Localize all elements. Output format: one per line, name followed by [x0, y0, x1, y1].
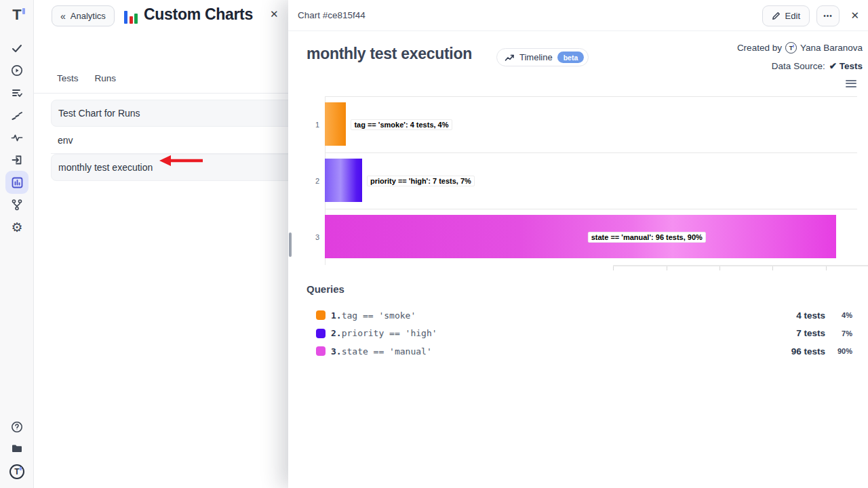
- category-label: 2: [307, 177, 319, 185]
- query-percent: 4%: [825, 311, 852, 319]
- trend-line-icon: [505, 54, 515, 62]
- help-icon[interactable]: [5, 415, 28, 439]
- author-name: Yana Baranova: [800, 43, 863, 53]
- query-row: 3.state == 'manual' 96 tests 90%: [307, 342, 852, 361]
- category-label: 3: [307, 233, 319, 241]
- created-by-row: Created by T Yana Baranova: [737, 42, 863, 54]
- drawer-close-icon[interactable]: ✕: [850, 9, 859, 22]
- list-item-label: monthly test execution: [58, 162, 153, 173]
- data-source-row: Data Source: ✔ Tests: [772, 60, 863, 71]
- left-icon-rail: T ⚙: [0, 0, 34, 488]
- bar-chart-colored-icon: [124, 7, 140, 24]
- query-text: 3.state == 'manual': [331, 346, 432, 357]
- edit-button-label: Edit: [785, 11, 800, 21]
- bar-label: priority == 'high': 7 tests, 7%: [367, 176, 475, 186]
- chart-row: tag == 'smoke': 4 tests, 4%: [325, 96, 857, 152]
- ellipsis-icon: •••: [823, 12, 833, 20]
- query-text: 2.priority == 'high': [331, 328, 437, 338]
- chevrons-left-icon: «: [60, 12, 66, 21]
- activity-icon[interactable]: [5, 126, 28, 149]
- page-title: Custom Charts: [144, 5, 253, 24]
- gear-icon[interactable]: ⚙: [5, 216, 28, 239]
- queries-heading: Queries: [307, 283, 344, 295]
- query-row: 2.priority == 'high' 7 tests 7%: [307, 325, 852, 343]
- bar-label: state == 'manual': 96 tests, 90%: [588, 232, 706, 243]
- folder-icon[interactable]: [5, 437, 28, 460]
- query-row: 1.tag == 'smoke' 4 tests 4%: [307, 306, 852, 325]
- chart-row: priority == 'high': 7 tests, 7%: [325, 152, 857, 209]
- list-item-label: Test Chart for Runs: [58, 108, 140, 119]
- query-color-swatch: [316, 310, 326, 320]
- beta-badge: beta: [557, 52, 585, 63]
- check-icon[interactable]: [5, 37, 28, 60]
- list-item-label: env: [58, 135, 73, 146]
- query-text: 1.tag == 'smoke': [331, 310, 416, 321]
- tabs: Tests Runs: [57, 73, 116, 83]
- bar-label: tag == 'smoke': 4 tests, 4%: [351, 119, 452, 130]
- category-label: 1: [307, 121, 319, 129]
- app-logo-icon[interactable]: T: [5, 3, 28, 26]
- query-color-swatch: [316, 346, 326, 356]
- tab-tests[interactable]: Tests: [57, 73, 79, 83]
- app-root: T ⚙: [0, 0, 868, 488]
- pencil-icon: [772, 12, 781, 20]
- query-tests-count: 7 tests: [796, 328, 825, 338]
- query-percent: 90%: [825, 347, 852, 355]
- drawer-scrollbar-thumb[interactable]: [289, 232, 292, 257]
- chart-menu-burger-icon[interactable]: [846, 80, 856, 89]
- play-circle-icon[interactable]: [5, 59, 28, 82]
- query-percent: 7%: [825, 329, 852, 338]
- back-button-label: Analytics: [71, 11, 106, 21]
- data-source-label: Data Source:: [772, 61, 825, 71]
- tab-runs[interactable]: Runs: [95, 73, 117, 83]
- bar-priority-high[interactable]: [325, 159, 362, 202]
- queries-list: 1.tag == 'smoke' 4 tests 4% 2.priority =…: [307, 306, 852, 361]
- chart-detail-drawer: Chart #ce815f44 Edit ••• ✕ monthly test …: [288, 0, 868, 488]
- back-to-analytics-button[interactable]: « Analytics: [52, 5, 115, 26]
- x-axis-ticks: [613, 266, 868, 270]
- query-tests-count: 4 tests: [796, 310, 825, 321]
- chart-title: monthly test execution: [307, 45, 472, 63]
- drawer-title: Chart #ce815f44: [298, 10, 366, 20]
- drawer-header: Chart #ce815f44 Edit ••• ✕: [288, 0, 868, 31]
- created-by-label: Created by: [737, 43, 782, 53]
- bar-chart-plot: 1 2 3 tag == 'smoke': 4 tests, 4% priori…: [325, 96, 857, 265]
- chart-row: state == 'manual': 96 tests, 90%: [325, 209, 857, 265]
- avatar: T: [785, 42, 797, 54]
- more-options-button[interactable]: •••: [816, 5, 840, 26]
- import-icon[interactable]: [5, 148, 28, 171]
- panel-close-icon[interactable]: ✕: [270, 8, 279, 20]
- bar-state-manual[interactable]: [325, 215, 836, 258]
- timeline-label: Timeline: [519, 52, 553, 62]
- bar-tag-smoke[interactable]: [325, 102, 346, 146]
- stairs-icon[interactable]: [5, 104, 28, 127]
- edit-button[interactable]: Edit: [762, 5, 810, 26]
- timeline-toggle[interactable]: Timeline beta: [496, 48, 589, 66]
- check-icon: ✔: [829, 61, 837, 71]
- query-color-swatch: [316, 329, 326, 338]
- branch-icon[interactable]: [5, 193, 28, 216]
- list-check-icon[interactable]: [5, 81, 28, 104]
- bar-chart-icon[interactable]: [5, 171, 28, 194]
- query-tests-count: 96 tests: [791, 346, 825, 357]
- data-source-value: ✔ Tests: [829, 60, 863, 71]
- logo-badge-icon[interactable]: T: [5, 460, 28, 483]
- logo-t-glyph: T: [12, 7, 21, 22]
